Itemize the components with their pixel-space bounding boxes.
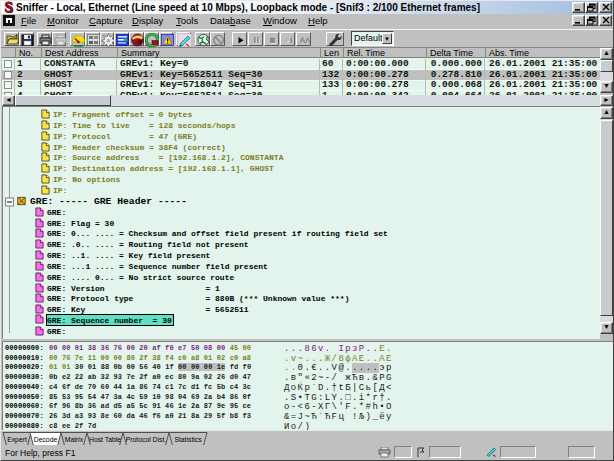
- svg-text:Statistics: Statistics: [174, 436, 202, 443]
- svg-text:S: S: [4, 1, 12, 14]
- svg-text:Expert: Expert: [7, 436, 27, 444]
- svg-text:Matrix: Matrix: [65, 436, 84, 443]
- svg-text:Protocol Dist.: Protocol Dist.: [126, 436, 167, 443]
- svg-text:Decode: Decode: [34, 436, 58, 443]
- svg-text:Host Table: Host Table: [89, 436, 121, 443]
